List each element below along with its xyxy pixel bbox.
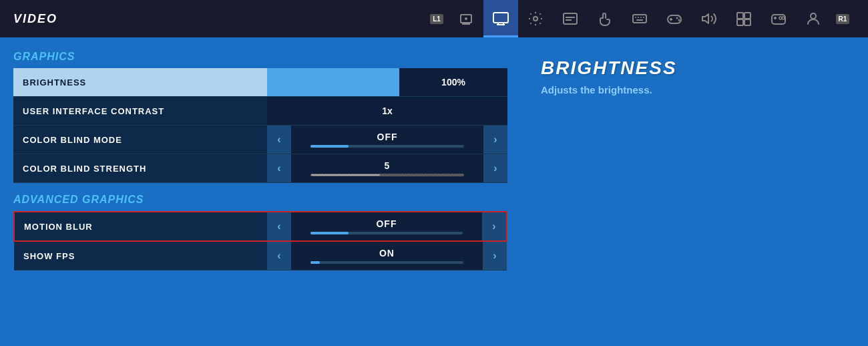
ui-contrast-value: 1x xyxy=(267,97,507,125)
svg-rect-7 xyxy=(633,15,646,23)
color-blind-strength-value: 5 xyxy=(385,160,391,171)
ui-contrast-label: USER INTERFACE CONTRAST xyxy=(13,97,267,126)
nav-display2[interactable] xyxy=(726,0,761,37)
show-fps-row[interactable]: SHOW FPS ‹ ON › xyxy=(14,241,507,271)
advanced-graphics-title: ADVANCED GRAPHICS xyxy=(13,194,507,206)
advanced-graphics-table: MOTION BLUR ‹ OFF › xyxy=(13,211,507,271)
show-fps-track xyxy=(310,261,464,264)
color-blind-strength-right-btn[interactable]: › xyxy=(483,154,507,182)
svg-rect-19 xyxy=(744,13,750,19)
nav-subtitles[interactable] xyxy=(553,0,588,37)
motion-blur-row[interactable]: MOTION BLUR ‹ OFF › xyxy=(14,212,507,241)
color-blind-mode-left-btn[interactable]: ‹ xyxy=(267,126,291,154)
graphics-title: GRAPHICS xyxy=(13,51,507,63)
brightness-row[interactable]: BRIGHTNESS 100% xyxy=(13,68,507,97)
nav-user[interactable] xyxy=(796,0,831,37)
left-panel: GRAPHICS BRIGHTNESS 100% xyxy=(0,37,521,346)
show-fps-value: ON xyxy=(379,248,395,258)
motion-blur-label: MOTION BLUR xyxy=(14,212,267,241)
show-fps-value-container: ON xyxy=(291,242,483,270)
svg-rect-4 xyxy=(564,13,577,24)
nav-settings[interactable] xyxy=(518,0,553,37)
svg-rect-2 xyxy=(493,13,508,23)
color-blind-strength-track xyxy=(310,174,464,176)
svg-point-16 xyxy=(676,17,678,19)
svg-rect-20 xyxy=(737,19,743,25)
color-blind-mode-value: OFF xyxy=(377,132,398,142)
show-fps-label: SHOW FPS xyxy=(14,241,267,271)
nav-controller[interactable] xyxy=(657,0,692,37)
nav-badge-r: R1 xyxy=(831,0,855,37)
color-blind-mode-fill xyxy=(310,145,349,148)
show-fps-left-btn[interactable]: ‹ xyxy=(267,242,291,270)
main-content: GRAPHICS BRIGHTNESS 100% xyxy=(0,37,868,346)
show-fps-arrow: ‹ ON › xyxy=(267,242,507,270)
color-blind-strength-row[interactable]: COLOR BLIND STRENGTH ‹ 5 › xyxy=(13,154,507,183)
color-blind-mode-track xyxy=(310,145,464,148)
nav-icons: L1 xyxy=(425,0,855,37)
motion-blur-arrow: ‹ OFF › xyxy=(267,212,506,240)
motion-blur-fill xyxy=(310,232,349,234)
nav-gamepad[interactable] xyxy=(761,0,796,37)
svg-point-24 xyxy=(782,17,785,19)
color-blind-strength-left-btn[interactable]: ‹ xyxy=(267,154,291,182)
color-blind-mode-label: COLOR BLIND MODE xyxy=(13,126,267,154)
show-fps-fill xyxy=(310,261,320,264)
motion-blur-value: OFF xyxy=(376,218,397,229)
color-blind-strength-value-container: 5 xyxy=(291,154,483,182)
svg-rect-18 xyxy=(737,13,743,19)
svg-point-1 xyxy=(465,17,467,20)
motion-blur-control[interactable]: ‹ OFF › xyxy=(267,212,507,241)
page-title: VIDEO xyxy=(13,12,57,26)
brightness-bar: 100% xyxy=(267,68,507,96)
motion-blur-track xyxy=(310,232,463,234)
info-description: Adjusts the brightness. xyxy=(541,84,848,96)
svg-point-17 xyxy=(678,19,680,21)
color-blind-mode-value-container: OFF xyxy=(291,126,483,154)
brightness-rest: 100% xyxy=(399,68,507,96)
nav-badge-l: L1 xyxy=(425,0,449,37)
color-blind-strength-control[interactable]: ‹ 5 › xyxy=(267,154,507,183)
nav-display[interactable] xyxy=(483,0,518,37)
motion-blur-value-container: OFF xyxy=(291,212,482,240)
r1-badge: R1 xyxy=(836,14,850,24)
ui-contrast-control[interactable]: 1x xyxy=(267,97,507,126)
color-blind-strength-label: COLOR BLIND STRENGTH xyxy=(13,154,267,183)
show-fps-control[interactable]: ‹ ON › xyxy=(267,241,507,271)
motion-blur-left-btn[interactable]: ‹ xyxy=(267,212,291,240)
nav-notifications[interactable] xyxy=(449,0,483,37)
brightness-value: 100% xyxy=(441,77,465,88)
color-blind-strength-fill xyxy=(311,174,380,176)
svg-point-3 xyxy=(533,17,537,21)
top-nav: VIDEO L1 xyxy=(0,0,868,37)
graphics-table: BRIGHTNESS 100% xyxy=(13,68,507,183)
right-panel: BRIGHTNESS Adjusts the brightness. xyxy=(521,37,868,346)
graphics-section: GRAPHICS BRIGHTNESS 100% xyxy=(13,51,507,183)
color-blind-mode-right-btn[interactable]: › xyxy=(483,126,507,154)
show-fps-right-btn[interactable]: › xyxy=(483,242,507,270)
info-title: BRIGHTNESS xyxy=(541,57,848,79)
nav-touch[interactable] xyxy=(588,0,622,37)
motion-blur-right-btn[interactable]: › xyxy=(482,212,506,240)
color-blind-mode-control[interactable]: ‹ OFF › xyxy=(267,126,507,154)
ui-contrast-row[interactable]: USER INTERFACE CONTRAST 1x xyxy=(13,97,507,126)
l1-badge: L1 xyxy=(430,14,443,24)
advanced-graphics-section: ADVANCED GRAPHICS MOTION BLUR ‹ OFF xyxy=(13,194,507,271)
color-blind-mode-arrow: ‹ OFF › xyxy=(267,126,507,154)
nav-keyboard[interactable] xyxy=(622,0,657,37)
brightness-control[interactable]: 100% xyxy=(267,68,507,97)
brightness-label: BRIGHTNESS xyxy=(13,68,267,97)
color-blind-mode-row[interactable]: COLOR BLIND MODE ‹ OFF › xyxy=(13,126,507,154)
svg-point-27 xyxy=(811,13,816,19)
brightness-fill xyxy=(267,68,399,96)
nav-audio[interactable] xyxy=(692,0,726,37)
color-blind-strength-arrow: ‹ 5 › xyxy=(267,154,507,182)
svg-rect-21 xyxy=(744,19,750,25)
